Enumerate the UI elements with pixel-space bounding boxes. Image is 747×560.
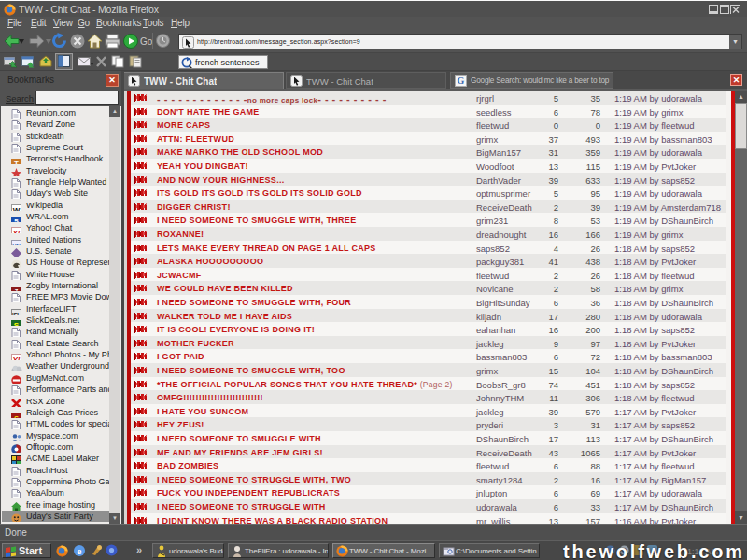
svg-text:e: e [78, 545, 82, 556]
svg-text:G: G [458, 76, 465, 86]
